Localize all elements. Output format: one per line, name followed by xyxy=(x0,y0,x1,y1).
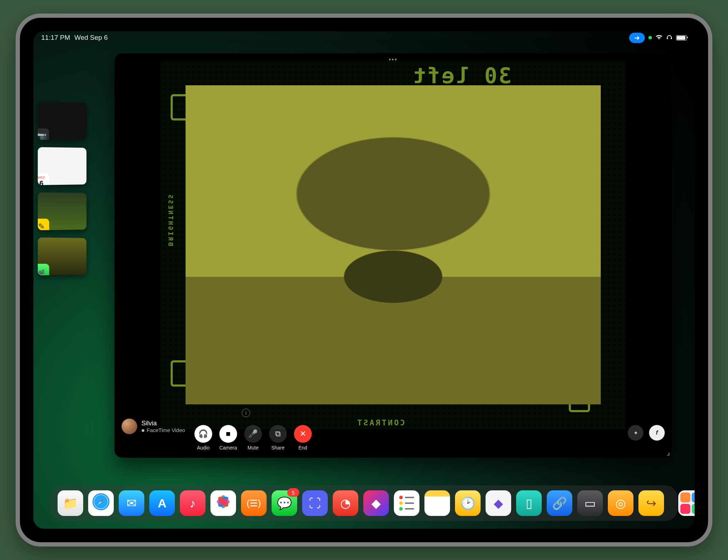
camera-button[interactable]: ■ xyxy=(219,425,237,443)
dock-app-obsidian[interactable]: ◆ xyxy=(486,490,511,516)
gb-portrait-pixelart xyxy=(186,85,601,404)
caller-subtitle: FaceTime Video xyxy=(146,427,185,433)
window-icon: ▭ xyxy=(584,496,596,510)
gb-brightness-label: BRIGHTNESS xyxy=(167,193,175,246)
compass-icon xyxy=(91,492,111,515)
ipad-device-frame: 11:17 PM Wed Sep 6 ➜ 📷 xyxy=(16,14,712,546)
dock-app-20[interactable]: ↪ xyxy=(638,490,664,516)
camera-control: ■ Camera xyxy=(219,425,237,451)
chat-lines-icon: (☰) xyxy=(247,498,261,509)
shortcuts-icon: ◆ xyxy=(371,496,381,510)
dock-app-19[interactable]: ◎ xyxy=(608,490,633,516)
share-control: ⧉ Share xyxy=(269,425,287,451)
dock-app-17[interactable]: 🔗 xyxy=(547,490,572,516)
dock-app-discord[interactable]: ⛶ xyxy=(302,490,328,516)
mute-label: Mute xyxy=(247,445,258,451)
dock-app-messages[interactable]: 💬 5 xyxy=(272,490,297,516)
close-x-icon: ✕ xyxy=(300,429,306,438)
audio-button[interactable]: 🎧 xyxy=(194,425,212,443)
share-screen-icon: ⧉ xyxy=(275,429,281,438)
link-icon: 🔗 xyxy=(552,496,567,510)
sparkle-icon: ✦ xyxy=(633,430,638,436)
share-label: Share xyxy=(271,445,284,451)
end-label: End xyxy=(298,445,307,451)
notes-icon: ▭ xyxy=(432,496,443,510)
gb-shots-left-label: 30 left xyxy=(412,63,512,88)
dock-app-mail[interactable]: ✉ xyxy=(119,490,144,516)
end-call-button[interactable]: ✕ xyxy=(294,425,312,443)
caller-avatar xyxy=(122,419,137,434)
arrow-redo-icon: ↪ xyxy=(646,496,656,510)
audio-control: 🎧 Audio xyxy=(194,425,212,451)
dock-app-safari[interactable] xyxy=(88,490,114,516)
window-resize-handle-icon[interactable]: ⌟ xyxy=(665,447,670,457)
folder-icon: 📁 xyxy=(63,496,78,510)
mute-button[interactable]: 🎤 xyxy=(244,425,262,443)
stage-manager-strip: 📷 WED 6 ✎ 📹 xyxy=(38,102,95,358)
camera-label: Camera xyxy=(219,445,237,451)
device-icon: ▯ xyxy=(526,496,532,510)
function-button[interactable]: f xyxy=(649,425,665,441)
broadcast-icon: ◎ xyxy=(615,496,626,510)
dock-app-14[interactable]: 🕑 xyxy=(455,490,481,516)
status-date: Wed Sep 6 xyxy=(74,34,108,42)
grid-tile-icon xyxy=(680,492,690,502)
headphones-icon xyxy=(666,34,673,42)
timer-icon: ◔ xyxy=(340,496,351,510)
airpods-icon: 🎧 xyxy=(198,429,208,438)
status-screen-record-pill[interactable]: ➜ xyxy=(629,33,645,43)
audio-label: Audio xyxy=(197,445,210,451)
video-camera-icon: ■ xyxy=(226,429,230,438)
stage-tile-app3[interactable]: ✎ xyxy=(38,192,86,230)
stage-tile-calendar[interactable]: WED 6 xyxy=(38,147,86,185)
f-cursive-icon: f xyxy=(656,430,658,436)
calendar-icon: WED 6 xyxy=(38,173,49,185)
video-feed-gameboy-filter: 30 left BRIGHTNESS CONTRAST xyxy=(161,60,626,429)
dock-app-photos[interactable] xyxy=(210,490,236,516)
camera-in-use-indicator-icon xyxy=(648,36,652,39)
music-note-icon: ♪ xyxy=(190,496,196,510)
dock: 📁 ✉ A ♪ xyxy=(50,485,678,521)
share-button[interactable]: ⧉ xyxy=(269,425,287,443)
ipad-bezel: 11:17 PM Wed Sep 6 ➜ 📷 xyxy=(20,18,708,542)
photos-flower-icon xyxy=(213,492,233,515)
facetime-icon: 📹 xyxy=(38,264,49,275)
dock-app-7[interactable]: (☰) xyxy=(241,490,267,516)
dock-app-music[interactable]: ♪ xyxy=(180,490,205,516)
stage-tile-camera[interactable]: 📷 xyxy=(38,102,86,140)
caller-info[interactable]: Silvia ■ FaceTime Video xyxy=(122,419,185,434)
messages-badge: 5 xyxy=(287,488,299,497)
video-camera-icon: ■ xyxy=(141,427,144,433)
status-time: 11:17 PM xyxy=(41,34,70,42)
appstore-a-icon: A xyxy=(158,496,167,510)
grid-tile-icon xyxy=(680,504,690,514)
effects-button[interactable]: ✦ xyxy=(628,425,643,441)
grid-tile-icon xyxy=(692,504,695,514)
gem-icon: ◆ xyxy=(494,496,503,510)
camera-icon: 📷 xyxy=(38,128,49,140)
speech-bubble-icon: 💬 xyxy=(277,496,292,510)
list-dots-icon xyxy=(399,496,414,511)
wifi-icon xyxy=(655,34,663,42)
ipad-screen: 11:17 PM Wed Sep 6 ➜ 📷 xyxy=(33,31,695,529)
status-bar: 11:17 PM Wed Sep 6 ➜ xyxy=(33,31,695,44)
pencil-icon: ✎ xyxy=(38,219,49,230)
dock-app-files[interactable]: 📁 xyxy=(58,490,83,516)
envelope-icon: ✉ xyxy=(127,496,136,510)
dock-app-16[interactable]: ▯ xyxy=(516,490,542,516)
grid-tile-icon xyxy=(692,492,695,502)
clock-icon: 🕑 xyxy=(460,496,475,510)
caller-name: Silvia xyxy=(141,420,185,427)
facetime-call-controls: Silvia ■ FaceTime Video 🎧 Audio xyxy=(122,411,665,451)
dock-app-shortcuts[interactable]: ◆ xyxy=(363,490,389,516)
dock-app-10[interactable]: ◔ xyxy=(333,490,358,516)
mute-control: 🎤 Mute xyxy=(244,425,262,451)
dock-app-18[interactable]: ▭ xyxy=(577,490,603,516)
dock-app-notes[interactable]: ▭ xyxy=(424,490,450,516)
dock-app-12[interactable] xyxy=(394,490,419,516)
facetime-window: ••• 30 left BRIGHTNESS CONTRAST i Silvia xyxy=(114,53,672,458)
dock-app-appstore[interactable]: A xyxy=(149,490,175,516)
dock-recent-app[interactable] xyxy=(678,490,695,516)
stage-tile-facetime[interactable]: 📹 xyxy=(38,237,86,275)
microphone-slash-icon: 🎤 xyxy=(248,429,258,438)
